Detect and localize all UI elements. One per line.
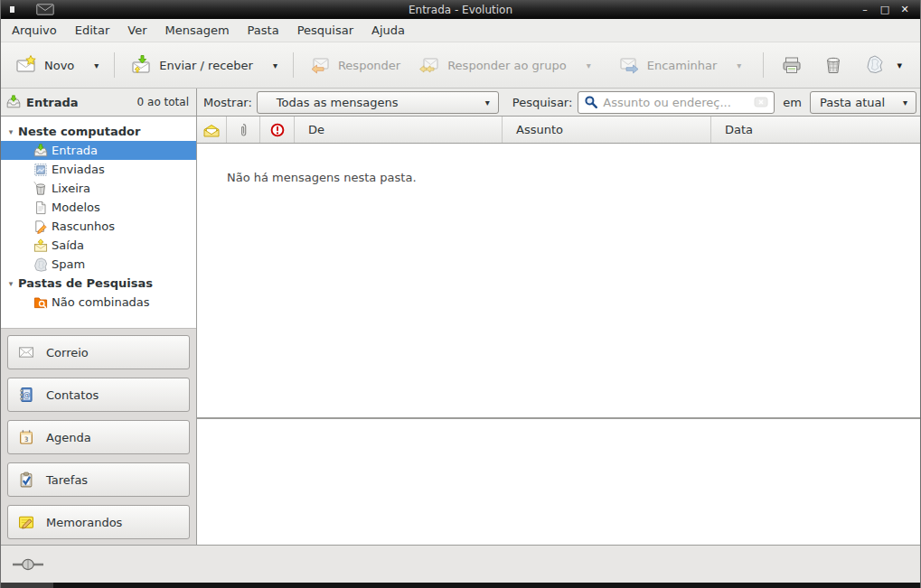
junk-button[interactable] bbox=[859, 49, 891, 81]
folder-label: Não combinadas bbox=[52, 295, 150, 309]
switcher-agenda-button[interactable]: Agenda bbox=[7, 420, 190, 454]
sidebar-item-nao-combinadas[interactable]: Não combinadas bbox=[1, 293, 196, 312]
folder-label: Lixeira bbox=[52, 182, 90, 195]
sidebar-group-pastas-de-pesquisas[interactable]: ▾ Pastas de Pesquisas bbox=[1, 274, 196, 293]
sidebar-item-rascunhos[interactable]: Rascunhos bbox=[1, 217, 196, 236]
toolbar-separator bbox=[293, 52, 294, 78]
mail-envelope-icon bbox=[18, 344, 34, 360]
inbox-icon bbox=[6, 95, 21, 109]
switcher-label: Contatos bbox=[46, 388, 99, 402]
show-label: Mostrar: bbox=[203, 96, 252, 109]
column-read-status[interactable] bbox=[197, 117, 227, 143]
delete-button[interactable] bbox=[817, 49, 850, 81]
toolbar: Novo ▾ Enviar / receber ▾ Responder Resp… bbox=[1, 42, 920, 89]
online-status-plug-icon[interactable] bbox=[12, 557, 44, 572]
new-message-label: Novo bbox=[44, 59, 74, 72]
switcher-tarefas-button[interactable]: Tarefas bbox=[7, 462, 190, 497]
column-priority[interactable] bbox=[260, 117, 295, 143]
menu-pesquisar[interactable]: Pesquisar bbox=[288, 21, 362, 40]
group-label: Neste computador bbox=[18, 125, 140, 138]
filterbar: Entrada 0 ao total Mostrar: Todas as men… bbox=[1, 89, 920, 117]
forward-label: Encaminhar bbox=[647, 59, 718, 72]
message-count: 0 ao total bbox=[137, 96, 191, 108]
statusbar bbox=[1, 545, 920, 583]
search-icon[interactable] bbox=[584, 95, 598, 109]
sidebar-item-lixeira[interactable]: Lixeira bbox=[1, 179, 196, 198]
sidebar-item-entrada[interactable]: Entrada bbox=[1, 141, 196, 160]
message-list: Não há mensagens nesta pasta. bbox=[197, 144, 920, 417]
column-data[interactable]: Data bbox=[711, 117, 920, 143]
search-scope-dropdown[interactable]: Pasta atual ▾ bbox=[810, 91, 916, 114]
send-receive-button[interactable]: Enviar / receber ▾ bbox=[123, 49, 285, 81]
clear-search-icon[interactable] bbox=[754, 95, 768, 109]
search-input[interactable] bbox=[603, 96, 749, 109]
toolbar-separator bbox=[763, 52, 764, 78]
switcher-correio-button[interactable]: Correio bbox=[7, 335, 190, 369]
close-button[interactable]: ✕ bbox=[897, 3, 913, 17]
priority-exclamation-icon bbox=[270, 123, 285, 137]
switcher-contatos-button[interactable]: Contatos bbox=[7, 378, 190, 412]
new-message-button[interactable]: Novo ▾ bbox=[8, 49, 106, 81]
menu-editar[interactable]: Editar bbox=[66, 21, 119, 40]
printer-icon bbox=[781, 54, 803, 76]
send-receive-dropdown-caret[interactable]: ▾ bbox=[273, 61, 277, 70]
forward-icon bbox=[618, 54, 640, 76]
column-attachment[interactable] bbox=[227, 117, 260, 143]
reply-button[interactable]: Responder bbox=[302, 49, 408, 81]
menu-ajuda[interactable]: Ajuda bbox=[362, 21, 414, 40]
sidebar-item-enviadas[interactable]: Enviadas bbox=[1, 160, 196, 179]
empty-folder-message: Não há mensagens nesta pasta. bbox=[227, 171, 417, 184]
drafts-pencil-icon bbox=[33, 219, 48, 234]
sidebar-item-modelos[interactable]: Modelos bbox=[1, 198, 196, 217]
expander-icon[interactable]: ▾ bbox=[4, 127, 18, 136]
chevron-down-icon: ▾ bbox=[892, 98, 916, 107]
reply-label: Responder bbox=[338, 59, 400, 72]
trash-icon bbox=[822, 54, 844, 76]
outbox-icon bbox=[33, 238, 48, 253]
inbox-icon bbox=[33, 144, 48, 158]
evolution-window: Entrada - Evolution – □ ✕ Arquivo Editar… bbox=[0, 0, 921, 588]
column-assunto[interactable]: Assunto bbox=[503, 117, 711, 143]
search-entry bbox=[578, 91, 775, 114]
current-folder-header: Entrada 0 ao total bbox=[1, 89, 197, 116]
menu-arquivo[interactable]: Arquivo bbox=[3, 21, 66, 40]
reply-group-button[interactable]: Responder ao grupo ▾ bbox=[411, 49, 598, 81]
paperclip-icon bbox=[236, 123, 250, 137]
document-icon bbox=[33, 201, 48, 215]
menu-pasta[interactable]: Pasta bbox=[239, 21, 288, 40]
print-button[interactable] bbox=[775, 49, 808, 81]
message-list-pane: De Assunto Data Não há mensagens nesta p… bbox=[197, 117, 920, 545]
menu-mensagem[interactable]: Mensagem bbox=[156, 21, 239, 40]
reply-group-dropdown-caret[interactable]: ▾ bbox=[587, 61, 591, 70]
maximize-button[interactable]: □ bbox=[877, 3, 893, 17]
menu-ver[interactable]: Ver bbox=[118, 21, 155, 40]
new-message-dropdown-caret[interactable]: ▾ bbox=[94, 61, 99, 70]
folder-label: Enviadas bbox=[52, 163, 105, 176]
sidebar-item-saida[interactable]: Saída bbox=[1, 236, 196, 255]
junk-icon bbox=[864, 54, 886, 76]
expander-icon[interactable]: ▾ bbox=[4, 279, 18, 288]
group-label: Pastas de Pesquisas bbox=[18, 276, 153, 290]
sidebar-group-neste-computador[interactable]: ▾ Neste computador bbox=[1, 122, 196, 141]
sidebar-item-spam[interactable]: Spam bbox=[1, 255, 196, 274]
send-receive-icon bbox=[130, 54, 152, 76]
window-bottom-edge bbox=[1, 583, 920, 588]
folder-label: Entrada bbox=[52, 144, 98, 157]
switcher-memorandos-button[interactable]: Memorandos bbox=[7, 505, 190, 539]
column-de[interactable]: De bbox=[295, 117, 503, 143]
switcher-label: Correio bbox=[46, 346, 89, 359]
minimize-button[interactable]: – bbox=[857, 3, 873, 17]
preview-pane bbox=[197, 419, 920, 545]
toolbar-overflow-caret[interactable]: ▾ bbox=[897, 60, 902, 71]
titlebar[interactable]: Entrada - Evolution – □ ✕ bbox=[1, 0, 920, 19]
forward-dropdown-caret[interactable]: ▾ bbox=[737, 61, 741, 70]
spam-icon bbox=[33, 257, 48, 272]
reply-icon bbox=[309, 54, 331, 76]
message-list-header: De Assunto Data bbox=[197, 117, 920, 144]
send-receive-label: Enviar / receber bbox=[159, 59, 253, 72]
show-filter-dropdown[interactable]: Todas as mensagens ▾ bbox=[257, 91, 499, 114]
forward-button[interactable]: Encaminhar ▾ bbox=[611, 49, 749, 81]
current-folder-name: Entrada bbox=[26, 96, 79, 109]
search-label: Pesquisar: bbox=[512, 96, 573, 109]
search-scope-value: Pasta atual bbox=[820, 96, 885, 109]
